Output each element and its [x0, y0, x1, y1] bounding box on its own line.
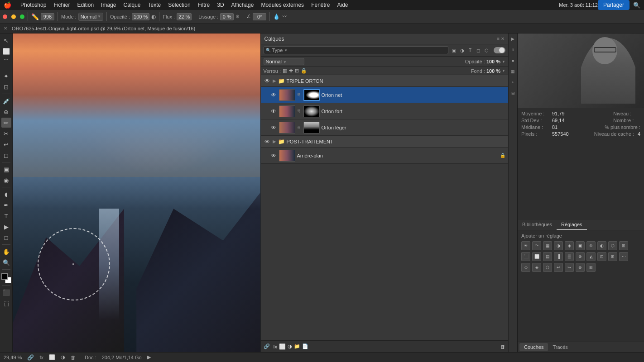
posterize-adj-icon[interactable]: ▤ [543, 252, 552, 261]
fond-value[interactable]: 100 % [486, 68, 500, 74]
menu-texte[interactable]: Texte [144, 0, 165, 10]
eyedropper-tool[interactable]: 💉 [1, 96, 11, 106]
layers-panel-close-icon[interactable]: ✕ [501, 36, 505, 41]
channel-mixer-adj-icon[interactable]: ⊞ [619, 241, 628, 250]
blend-mode-dropdown[interactable]: Normal ▼ [264, 58, 304, 65]
visibility-triple-orton-icon[interactable]: 👁 [264, 77, 271, 85]
crop-tool[interactable]: ⊡ [1, 82, 11, 92]
back-adj-icon[interactable]: ↩ [554, 263, 563, 272]
layer-orton-net[interactable]: 👁 ⛓ Orton net [261, 87, 509, 103]
apple-menu[interactable]: 🍎 [4, 1, 11, 9]
gradient-map-adj-icon[interactable]: ▒ [565, 252, 574, 261]
brightness-adj-icon[interactable]: ☀ [521, 241, 530, 250]
bw-adj-icon[interactable]: ◐ [597, 241, 606, 250]
pen-tool[interactable]: ✒ [1, 200, 11, 210]
info-panel-tab[interactable]: ℹ [509, 46, 517, 53]
airbrush-icon[interactable]: 💧 [273, 14, 280, 20]
group-post-traitement[interactable]: 👁 ▶ 📁 POST-TRAITEMENT [261, 136, 509, 148]
shape-tool[interactable]: □ [1, 233, 11, 243]
extra-adj-icon[interactable]: ⊕ [576, 263, 585, 272]
unsharp-adj-icon[interactable]: ◈ [532, 263, 541, 272]
magic-wand-tool[interactable]: ✦ [1, 71, 11, 81]
pixel-layer-filter[interactable]: ▣ [450, 47, 457, 54]
menu-affichage[interactable]: Affichage [228, 0, 258, 10]
lissage-value[interactable]: 0 % [220, 13, 234, 20]
layer-orton-leger[interactable]: 👁 ⛓ Orton léger [261, 119, 509, 136]
expand-triple-orton-icon[interactable]: ▶ [273, 78, 276, 83]
brush-tool-icon[interactable]: ✏️ [31, 13, 39, 20]
table-adj-icon[interactable]: ⊞ [586, 263, 596, 272]
adjustment-layer-filter[interactable]: ◑ [458, 47, 466, 54]
menu-selection[interactable]: Sélection [164, 0, 194, 10]
blur-tool[interactable]: ◉ [1, 175, 11, 185]
grid-adj-icon[interactable]: ⊞ [608, 252, 617, 261]
close-tab-icon[interactable]: ✕ [4, 26, 7, 31]
delete-layer-icon[interactable]: 🗑 [500, 344, 505, 349]
couches-tab[interactable]: Couches [519, 343, 548, 351]
type-tool[interactable]: T [1, 211, 11, 221]
mode-dropdown[interactable]: Normal ▼ [78, 13, 103, 21]
color-balance-adj-icon[interactable]: ⊕ [586, 241, 596, 250]
menu-3d[interactable]: 3D [213, 0, 227, 10]
invert-adj-icon[interactable]: ⬜ [532, 252, 541, 261]
menu-filtre[interactable]: Filtre [194, 0, 214, 10]
minimize-window-btn[interactable] [11, 14, 16, 19]
curves-adj-icon[interactable]: 〜 [532, 241, 541, 250]
menu-calque[interactable]: Calque [120, 0, 144, 10]
expand-post-icon[interactable]: ▶ [273, 139, 276, 144]
swatches-panel-tab[interactable]: ▦ [509, 68, 517, 75]
visibility-post-icon[interactable]: 👁 [264, 138, 271, 145]
photo-filter-adj-icon[interactable]: ⬡ [608, 241, 617, 250]
lock-pixels-icon[interactable]: ▦ [283, 68, 287, 74]
search-icon[interactable]: 🔍 [633, 2, 640, 9]
group-triple-orton[interactable]: 👁 ▶ 📁 TRIPLE ORTON [261, 75, 509, 87]
gradients-panel-tab[interactable]: ≈ [509, 79, 517, 86]
traces-tab[interactable]: Tracés [548, 343, 572, 351]
screen-mode-tool[interactable]: ⬚ [1, 298, 11, 308]
levels-adj-icon[interactable]: ▦ [543, 241, 552, 250]
visibility-orton-leger-icon[interactable]: 👁 [270, 124, 277, 131]
lock-all-icon[interactable]: 🔒 [301, 68, 307, 74]
forward-adj-icon[interactable]: ↪ [565, 263, 574, 272]
new-group-icon[interactable]: 📁 [294, 343, 300, 349]
share-button[interactable]: Partager [598, 0, 630, 10]
opacity-value[interactable]: 100 % [132, 13, 149, 20]
reglages-tab[interactable]: Réglages [557, 220, 586, 230]
dodge-tool[interactable]: ◖ [1, 189, 11, 199]
smart-object-filter[interactable]: ⬡ [483, 47, 490, 54]
add-mask-icon[interactable]: ⬜ [279, 343, 286, 350]
color-panel-tab[interactable]: ■ [509, 57, 517, 64]
settings-icon[interactable]: ⚙ [235, 14, 240, 19]
menu-aide[interactable]: Aide [333, 0, 351, 10]
pattern-adj-icon[interactable]: ⊡ [597, 252, 606, 261]
visibility-bg-icon[interactable]: 👁 [270, 152, 277, 159]
flux-value[interactable]: 22 % [177, 13, 192, 20]
menu-photoshop[interactable]: Photoshop [17, 0, 50, 10]
selection-tool[interactable]: ⬜ [1, 46, 11, 56]
color-swatch[interactable] [1, 273, 11, 283]
fullscreen-window-btn[interactable] [20, 14, 24, 19]
menu-image[interactable]: Image [97, 0, 120, 10]
layers-collapse-icon[interactable]: ≡ [497, 36, 500, 41]
close-window-btn[interactable] [3, 14, 7, 19]
more-adj-icon[interactable]: ⋯ [619, 252, 628, 261]
hand-tool[interactable]: ✋ [1, 247, 11, 257]
layer-search-box[interactable]: 🔍 Type ▼ [264, 46, 449, 54]
smoothing-icon[interactable]: 〰 [282, 14, 287, 20]
spot-heal-tool[interactable]: ⊕ [1, 107, 11, 117]
history-brush-tool[interactable]: ↩ [1, 139, 11, 149]
history-panel-tab[interactable]: ▶ [509, 35, 517, 43]
path-selection-tool[interactable]: ▶ [1, 222, 11, 232]
threshold-adj-icon[interactable]: ▐ [554, 252, 563, 261]
menu-fenetre[interactable]: Fenêtre [308, 0, 333, 10]
zoom-tool[interactable]: 🔍 [1, 257, 11, 267]
smart-sharpen-adj-icon[interactable]: ◇ [521, 263, 530, 272]
visibility-orton-fort-icon[interactable]: 👁 [270, 108, 277, 115]
lasso-tool[interactable]: ⌒ [1, 57, 11, 67]
bibliotheques-tab[interactable]: Bibliothèques [518, 220, 557, 230]
exposure-adj-icon[interactable]: ◑ [554, 241, 563, 250]
menu-fichier[interactable]: Fichier [50, 0, 73, 10]
lock-position-icon[interactable]: ✚ [289, 68, 293, 74]
lock-artboard-icon[interactable]: ⊞ [295, 68, 299, 74]
nav-arrow-icon[interactable]: ▶ [147, 354, 151, 360]
